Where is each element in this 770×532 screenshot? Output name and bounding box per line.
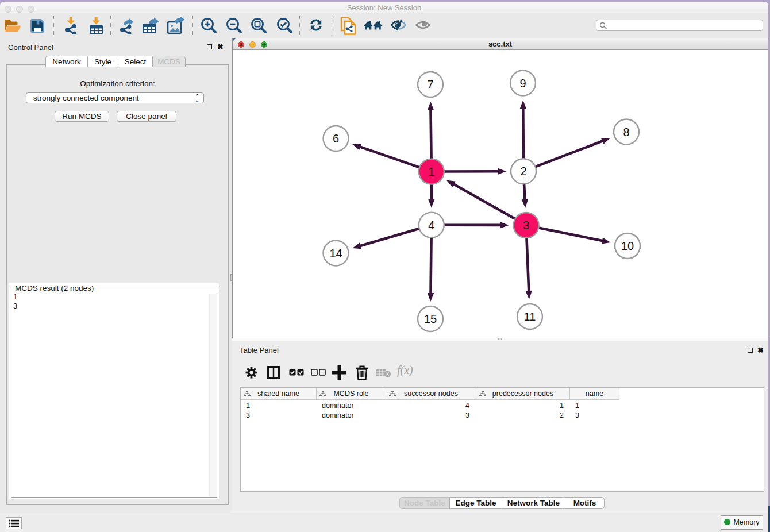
svg-text:11: 11 [524, 310, 536, 323]
svg-text:14: 14 [329, 247, 342, 260]
svg-text:7: 7 [427, 78, 433, 91]
svg-text:3: 3 [523, 219, 529, 232]
svg-text:4: 4 [428, 219, 434, 232]
svg-text:2: 2 [520, 165, 526, 178]
svg-text:6: 6 [333, 132, 339, 145]
svg-text:1: 1 [428, 165, 434, 178]
svg-text:9: 9 [519, 77, 526, 90]
svg-text:8: 8 [623, 126, 629, 138]
svg-text:15: 15 [424, 313, 437, 325]
svg-text:10: 10 [621, 240, 634, 252]
